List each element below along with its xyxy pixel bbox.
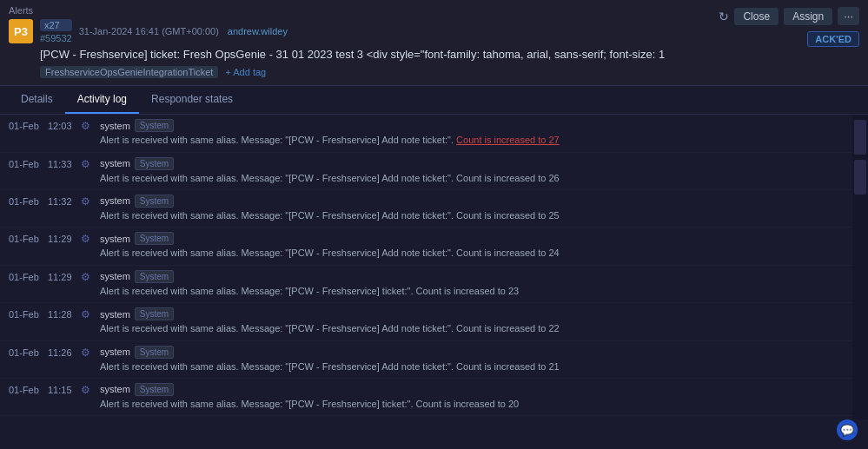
log-message: Alert is received with same alias. Messa… bbox=[100, 134, 844, 147]
log-actor-row: system System bbox=[100, 157, 844, 170]
log-message: Alert is received with same alias. Messa… bbox=[100, 398, 844, 411]
log-content: system System Alert is received with sam… bbox=[96, 383, 844, 411]
acked-badge: ACK'ED bbox=[807, 31, 859, 47]
chat-button[interactable]: 💬 bbox=[837, 419, 858, 440]
log-actor-row: system System bbox=[100, 232, 844, 245]
log-time: 11:28 bbox=[48, 307, 81, 320]
log-content: system System Alert is received with sam… bbox=[96, 346, 844, 373]
log-message: Alert is received with same alias. Messa… bbox=[100, 209, 844, 222]
right-sidebar bbox=[852, 115, 868, 419]
log-message: Alert is received with same alias. Messa… bbox=[100, 247, 844, 260]
log-time: 11:32 bbox=[48, 195, 81, 207]
log-content: system System Alert is received with sam… bbox=[96, 195, 844, 222]
log-actor-row: system System bbox=[100, 270, 844, 283]
log-time: 11:26 bbox=[48, 346, 81, 358]
id-badge: #59532 bbox=[40, 33, 72, 43]
system-tag: System bbox=[135, 195, 174, 208]
log-time: 11:29 bbox=[48, 232, 81, 244]
log-entry: 01-Feb 11:32 ⚙ system System Alert is re… bbox=[0, 190, 852, 228]
system-tag: System bbox=[135, 383, 174, 396]
log-date: 01-Feb bbox=[9, 346, 48, 358]
highlighted-count: Count is increased to 27 bbox=[456, 135, 560, 145]
log-message: Alert is received with same alias. Messa… bbox=[100, 285, 844, 298]
log-entry: 01-Feb 11:26 ⚙ system System Alert is re… bbox=[0, 341, 852, 379]
system-tag: System bbox=[135, 119, 174, 132]
log-date: 01-Feb bbox=[9, 119, 48, 131]
log-entry: 01-Feb 11:28 ⚙ system System Alert is re… bbox=[0, 303, 852, 340]
log-date: 01-Feb bbox=[9, 195, 48, 207]
priority-badge: P3 bbox=[9, 19, 33, 43]
system-tag: System bbox=[135, 346, 174, 359]
timestamp: 31-Jan-2024 16:41 (GMT+00:00) bbox=[79, 26, 219, 36]
log-date: 01-Feb bbox=[9, 270, 48, 282]
log-content: system System Alert is received with sam… bbox=[96, 270, 844, 298]
tab-activity-log[interactable]: Activity log bbox=[65, 86, 139, 114]
log-actor: system bbox=[100, 347, 130, 357]
log-content: system System Alert is received with sam… bbox=[96, 157, 844, 185]
activity-log[interactable]: 01-Feb 12:03 ⚙ system System Alert is re… bbox=[0, 115, 852, 419]
tab-details[interactable]: Details bbox=[9, 86, 65, 114]
log-date: 01-Feb bbox=[9, 157, 48, 169]
system-tag: System bbox=[135, 157, 174, 170]
log-actor: system bbox=[100, 234, 130, 244]
sidebar-tab-2 bbox=[854, 160, 866, 195]
log-actor-row: system System bbox=[100, 119, 844, 132]
log-actor: system bbox=[100, 195, 130, 206]
meta-row: 31-Jan-2024 16:41 (GMT+00:00) andrew.wil… bbox=[79, 26, 288, 36]
header-actions: ↻ Close Assign ··· bbox=[719, 7, 859, 25]
log-content: system System Alert is received with sam… bbox=[96, 119, 844, 147]
log-content: system System Alert is received with sam… bbox=[96, 307, 844, 335]
log-time: 11:29 bbox=[48, 270, 81, 282]
log-time: 12:03 bbox=[48, 119, 81, 131]
log-date: 01-Feb bbox=[9, 232, 48, 244]
log-actor-row: system System bbox=[100, 195, 844, 208]
log-actor: system bbox=[100, 384, 130, 394]
system-tag: System bbox=[135, 307, 174, 320]
gear-icon: ⚙ bbox=[81, 195, 96, 208]
log-time: 11:15 bbox=[48, 383, 81, 395]
tab-responder-states[interactable]: Responder states bbox=[139, 86, 245, 114]
log-entry: 01-Feb 11:29 ⚙ system System Alert is re… bbox=[0, 266, 852, 303]
log-message: Alert is received with same alias. Messa… bbox=[100, 172, 844, 185]
add-tag-link[interactable]: + Add tag bbox=[225, 67, 266, 77]
gear-icon: ⚙ bbox=[81, 270, 96, 283]
alert-header: Alerts P3 x27 #59532 31-Jan-2024 16:41 (… bbox=[0, 0, 868, 86]
log-actor: system bbox=[100, 158, 130, 168]
gear-icon: ⚙ bbox=[81, 232, 96, 245]
close-button[interactable]: Close bbox=[734, 8, 779, 25]
gear-icon: ⚙ bbox=[81, 157, 96, 170]
log-entry: 01-Feb 11:14 ⚙ system System Alert is re… bbox=[0, 416, 852, 419]
refresh-icon[interactable]: ↻ bbox=[719, 10, 729, 23]
gear-icon: ⚙ bbox=[81, 383, 96, 396]
log-entry: 01-Feb 11:29 ⚙ system System Alert is re… bbox=[0, 228, 852, 265]
gear-icon: ⚙ bbox=[81, 119, 96, 132]
log-actor: system bbox=[100, 121, 130, 131]
gear-icon: ⚙ bbox=[81, 307, 96, 320]
activity-area: 01-Feb 12:03 ⚙ system System Alert is re… bbox=[0, 115, 868, 419]
more-button[interactable]: ··· bbox=[838, 7, 859, 25]
log-actor: system bbox=[100, 271, 130, 281]
gear-icon: ⚙ bbox=[81, 346, 96, 359]
log-date: 01-Feb bbox=[9, 383, 48, 395]
tag-row: FreshserviceOpsGenieIntegrationTicket + … bbox=[40, 66, 859, 78]
log-actor-row: system System bbox=[100, 383, 844, 396]
log-actor-row: system System bbox=[100, 307, 844, 320]
log-actor: system bbox=[100, 309, 130, 320]
log-date: 01-Feb bbox=[9, 307, 48, 320]
sidebar-tab-1 bbox=[854, 120, 866, 155]
log-entry: 01-Feb 11:33 ⚙ system System Alert is re… bbox=[0, 153, 852, 190]
username: andrew.wildey bbox=[228, 26, 288, 36]
system-tag: System bbox=[135, 270, 174, 283]
system-tag: System bbox=[135, 232, 174, 245]
log-time: 11:33 bbox=[48, 157, 81, 169]
log-message: Alert is received with same alias. Messa… bbox=[100, 360, 844, 373]
assign-button[interactable]: Assign bbox=[784, 8, 832, 25]
log-message: Alert is received with same alias. Messa… bbox=[100, 322, 844, 335]
alert-title: [PCW - Freshservice] ticket: Fresh OpsGe… bbox=[40, 47, 859, 63]
log-content: system System Alert is received with sam… bbox=[96, 232, 844, 260]
count-badge: x27 bbox=[40, 19, 72, 31]
tabs-row: Details Activity log Responder states bbox=[0, 86, 868, 115]
tag-item: FreshserviceOpsGenieIntegrationTicket bbox=[40, 66, 218, 78]
log-entry: 01-Feb 12:03 ⚙ system System Alert is re… bbox=[0, 115, 852, 152]
log-entry: 01-Feb 11:15 ⚙ system System Alert is re… bbox=[0, 379, 852, 416]
